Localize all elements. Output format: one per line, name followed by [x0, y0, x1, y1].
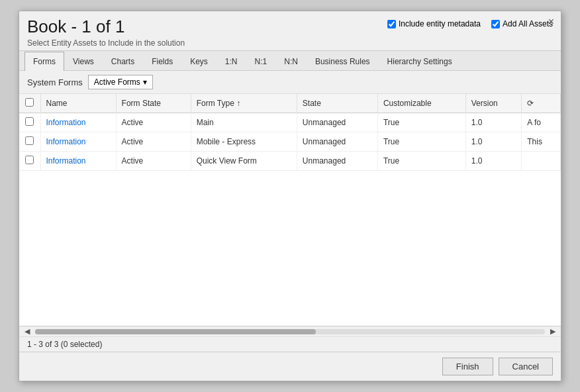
dropdown-label: Active Forms: [94, 77, 140, 87]
row-3-form-state: Active: [116, 152, 191, 171]
row-1-form-type: Main: [191, 113, 297, 132]
row-3-version: 1.0: [465, 152, 521, 171]
sub-toolbar: System Forms Active Forms ▾: [19, 71, 561, 94]
row-3-customizable: True: [377, 152, 465, 171]
table-header-row: Name Form State Form Type ↑ State Custom…: [19, 94, 561, 113]
dialog-subtitle: Select Entity Assets to Include in the s…: [27, 38, 185, 48]
row-1-name[interactable]: Information: [40, 113, 116, 132]
tab-n1[interactable]: N:1: [246, 52, 276, 71]
col-check: [19, 94, 40, 113]
row-1-checkbox[interactable]: [25, 117, 34, 126]
dialog-footer: Finish Cancel: [19, 352, 561, 381]
row-3-checkbox[interactable]: [25, 156, 34, 164]
finish-button[interactable]: Finish: [442, 358, 493, 375]
col-customizable[interactable]: Customizable: [377, 94, 465, 113]
status-bar: 1 - 3 of 3 (0 selected): [19, 336, 561, 352]
tabs-bar: Forms Views Charts Fields Keys 1:N N:1 N…: [19, 50, 561, 71]
row-3-name[interactable]: Information: [40, 152, 116, 171]
col-state[interactable]: State: [297, 94, 377, 113]
title-left: Book - 1 of 1 Select Entity Assets to In…: [27, 17, 185, 48]
col-form-state[interactable]: Form State: [116, 94, 191, 113]
row-check-1: [19, 113, 40, 132]
row-2-customizable: True: [377, 132, 465, 152]
tab-1n[interactable]: 1:N: [217, 52, 246, 71]
scroll-right-arrow[interactable]: ▶: [548, 327, 558, 336]
tab-business-rules[interactable]: Business Rules: [307, 52, 379, 71]
chevron-down-icon: ▾: [143, 77, 147, 87]
system-forms-label: System Forms: [27, 77, 83, 87]
active-forms-dropdown[interactable]: Active Forms ▾: [88, 75, 153, 89]
row-1-extra: A fo: [522, 113, 561, 132]
row-2-name[interactable]: Information: [40, 132, 116, 152]
tab-hierarchy-settings[interactable]: Hierarchy Settings: [379, 52, 461, 71]
row-2-version: 1.0: [465, 132, 521, 152]
row-2-extra: This: [522, 132, 561, 152]
refresh-icon[interactable]: ⟳: [527, 99, 534, 108]
row-1-form-state: Active: [116, 113, 191, 132]
horizontal-scrollbar[interactable]: ◀ ▶: [19, 326, 561, 336]
row-3-form-type: Quick View Form: [191, 152, 297, 171]
tab-charts[interactable]: Charts: [103, 52, 143, 71]
add-all-assets-label[interactable]: Add All Assets: [491, 19, 553, 28]
table-row[interactable]: Information Active Mobile - Express Unma…: [19, 132, 561, 152]
select-all-checkbox[interactable]: [25, 98, 34, 107]
forms-table: Name Form State Form Type ↑ State Custom…: [19, 94, 561, 171]
sort-asc-icon: ↑: [236, 99, 240, 108]
include-entity-metadata-checkbox[interactable]: [387, 20, 396, 28]
table-row[interactable]: Information Active Quick View Form Unman…: [19, 152, 561, 171]
row-2-checkbox[interactable]: [25, 136, 34, 145]
col-refresh[interactable]: ⟳: [522, 94, 561, 113]
col-version[interactable]: Version: [465, 94, 521, 113]
status-text: 1 - 3 of 3 (0 selected): [27, 340, 102, 349]
scroll-track[interactable]: [35, 329, 545, 334]
table-row[interactable]: Information Active Main Unmanaged True 1…: [19, 113, 561, 132]
title-right: Include entity metadata Add All Assets: [387, 19, 553, 28]
row-2-form-state: Active: [116, 132, 191, 152]
main-dialog: × Book - 1 of 1 Select Entity Assets to …: [19, 11, 561, 381]
tab-fields[interactable]: Fields: [143, 52, 181, 71]
add-all-assets-checkbox[interactable]: [491, 20, 500, 28]
tab-keys[interactable]: Keys: [181, 52, 217, 71]
title-bar: Book - 1 of 1 Select Entity Assets to In…: [19, 11, 561, 50]
row-3-extra: [522, 152, 561, 171]
dialog-title: Book - 1 of 1: [27, 17, 185, 37]
col-name[interactable]: Name: [40, 94, 116, 113]
row-check-3: [19, 152, 40, 171]
row-1-state: Unmanaged: [297, 113, 377, 132]
row-check-2: [19, 132, 40, 152]
row-3-state: Unmanaged: [297, 152, 377, 171]
row-1-customizable: True: [377, 113, 465, 132]
cancel-button[interactable]: Cancel: [499, 358, 553, 375]
row-2-state: Unmanaged: [297, 132, 377, 152]
tab-nn[interactable]: N:N: [275, 52, 307, 71]
include-entity-metadata-label[interactable]: Include entity metadata: [387, 19, 481, 28]
scroll-left-arrow[interactable]: ◀: [22, 327, 32, 336]
row-1-version: 1.0: [465, 113, 521, 132]
tab-forms[interactable]: Forms: [24, 52, 64, 71]
col-form-type[interactable]: Form Type ↑: [191, 94, 297, 113]
close-button[interactable]: ×: [548, 17, 554, 27]
forms-table-container[interactable]: Name Form State Form Type ↑ State Custom…: [19, 94, 561, 326]
tab-views[interactable]: Views: [64, 52, 103, 71]
row-2-form-type: Mobile - Express: [191, 132, 297, 152]
scroll-thumb[interactable]: [35, 329, 316, 334]
